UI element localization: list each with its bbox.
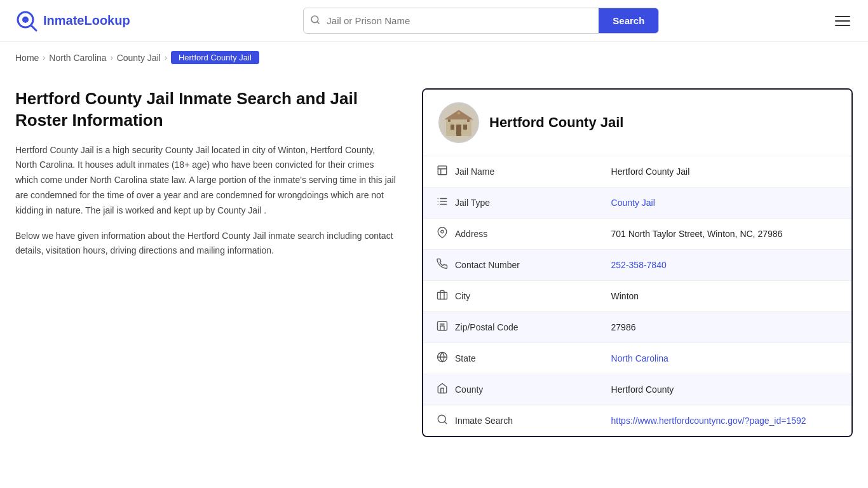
- jail-avatar: [438, 102, 479, 143]
- search-input[interactable]: [327, 9, 599, 32]
- page-description-1: Hertford County Jail is a high security …: [15, 143, 397, 219]
- info-link[interactable]: 252-358-7840: [611, 260, 667, 270]
- info-value: 701 North Taylor Street, Winton, NC, 279…: [599, 219, 851, 250]
- info-table: Jail NameHertford County JailJail TypeCo…: [423, 156, 851, 436]
- svg-rect-11: [467, 119, 470, 122]
- zip-icon: [436, 320, 449, 334]
- jail-icon: [436, 165, 449, 179]
- info-value: Hertford County Jail: [599, 156, 851, 187]
- county-icon: [436, 383, 449, 396]
- info-value: Hertford County: [599, 374, 851, 405]
- info-link[interactable]: County Jail: [611, 198, 655, 208]
- table-row: CityWinton: [423, 281, 851, 312]
- location-icon: [436, 227, 449, 241]
- breadcrumb-type[interactable]: County Jail: [117, 53, 161, 63]
- site-logo[interactable]: InmateLookup: [15, 10, 130, 32]
- main-content: Hertford County Jail Inmate Search and J…: [0, 73, 868, 463]
- state-icon: [436, 351, 449, 365]
- table-row: CountyHertford County: [423, 374, 851, 405]
- right-column: Hertford County Jail Jail NameHertford C…: [422, 88, 853, 437]
- phone-icon: [436, 258, 449, 272]
- breadcrumb-sep-1: ›: [43, 53, 45, 62]
- table-row: Inmate Searchhttps://www.hertfordcountyn…: [423, 405, 851, 437]
- table-row: Jail NameHertford County Jail: [423, 156, 851, 187]
- info-link[interactable]: North Carolina: [611, 353, 668, 363]
- hamburger-menu[interactable]: [832, 13, 853, 29]
- site-header: InmateLookup Search: [0, 0, 868, 42]
- city-icon: [436, 289, 449, 303]
- svg-rect-7: [451, 125, 454, 130]
- breadcrumb-home[interactable]: Home: [15, 53, 39, 63]
- jail-card-header: Hertford County Jail: [423, 90, 851, 156]
- page-description-2: Below we have given information about th…: [15, 229, 397, 259]
- table-row: StateNorth Carolina: [423, 343, 851, 374]
- svg-point-13: [458, 112, 460, 114]
- jail-title: Hertford County Jail: [489, 114, 623, 131]
- svg-rect-9: [456, 125, 461, 136]
- table-row: Jail TypeCounty Jail: [423, 187, 851, 219]
- jail-info-card: Hertford County Jail Jail NameHertford C…: [422, 88, 853, 437]
- breadcrumb-current: Hertford County Jail: [171, 51, 259, 64]
- svg-line-4: [317, 22, 319, 24]
- search-icon: [436, 414, 449, 428]
- jail-building-icon: [443, 107, 475, 139]
- info-value: Winton: [599, 281, 851, 312]
- search-button[interactable]: Search: [599, 8, 658, 33]
- search-bar-icon: [304, 15, 327, 27]
- svg-point-23: [441, 230, 444, 233]
- search-bar: Search: [303, 8, 659, 34]
- breadcrumb-sep-2: ›: [111, 53, 113, 62]
- breadcrumb: Home › North Carolina › County Jail › He…: [0, 42, 868, 73]
- logo-icon: [15, 10, 38, 32]
- table-row: Contact Number252-358-7840: [423, 250, 851, 281]
- breadcrumb-state[interactable]: North Carolina: [49, 53, 106, 63]
- type-icon: [436, 196, 449, 210]
- info-link[interactable]: https://www.hertfordcountync.gov/?page_i…: [611, 416, 806, 426]
- svg-line-2: [31, 25, 36, 30]
- svg-rect-10: [448, 119, 451, 122]
- table-row: Address701 North Taylor Street, Winton, …: [423, 219, 851, 250]
- table-row: Zip/Postal Code27986: [423, 312, 851, 343]
- logo-text: InmateLookup: [43, 13, 130, 28]
- svg-point-1: [22, 17, 29, 23]
- info-value: 27986: [599, 312, 851, 343]
- svg-rect-24: [438, 292, 447, 299]
- breadcrumb-sep-3: ›: [165, 53, 167, 62]
- svg-rect-8: [463, 125, 467, 130]
- svg-rect-14: [438, 166, 447, 175]
- page-heading: Hertford County Jail Inmate Search and J…: [15, 88, 397, 132]
- left-column: Hertford County Jail Inmate Search and J…: [15, 88, 422, 437]
- svg-line-30: [444, 421, 446, 423]
